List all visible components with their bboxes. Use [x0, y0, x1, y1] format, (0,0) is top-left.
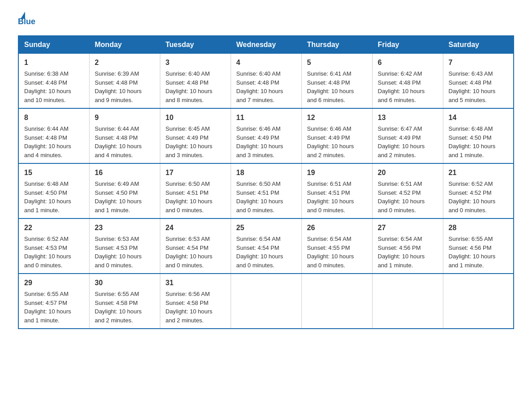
calendar-cell: 28 Sunrise: 6:55 AMSunset: 4:56 PMDaylig… — [443, 218, 514, 274]
day-number: 31 — [166, 278, 225, 288]
calendar-week-row: 1 Sunrise: 6:38 AMSunset: 4:48 PMDayligh… — [18, 54, 514, 109]
calendar-week-row: 22 Sunrise: 6:52 AMSunset: 4:53 PMDaylig… — [18, 218, 514, 274]
day-number: 20 — [378, 167, 438, 178]
day-info: Sunrise: 6:55 AMSunset: 4:57 PMDaylight:… — [24, 291, 71, 324]
day-info: Sunrise: 6:44 AMSunset: 4:48 PMDaylight:… — [24, 125, 71, 158]
day-header-sunday: Sunday — [18, 36, 89, 54]
calendar-cell: 5 Sunrise: 6:41 AMSunset: 4:48 PMDayligh… — [301, 54, 372, 109]
day-number: 27 — [378, 223, 438, 233]
day-header-saturday: Saturday — [443, 36, 514, 54]
day-info: Sunrise: 6:38 AMSunset: 4:48 PMDaylight:… — [24, 70, 71, 103]
calendar-cell: 20 Sunrise: 6:51 AMSunset: 4:52 PMDaylig… — [372, 163, 443, 218]
day-info: Sunrise: 6:43 AMSunset: 4:48 PMDaylight:… — [449, 70, 496, 103]
calendar-week-row: 29 Sunrise: 6:55 AMSunset: 4:57 PMDaylig… — [18, 274, 514, 329]
day-number: 21 — [449, 167, 508, 178]
calendar-cell: 31 Sunrise: 6:56 AMSunset: 4:58 PMDaylig… — [160, 274, 231, 329]
calendar-cell: 19 Sunrise: 6:51 AMSunset: 4:51 PMDaylig… — [301, 163, 372, 218]
day-number: 19 — [307, 167, 367, 178]
calendar-week-row: 8 Sunrise: 6:44 AMSunset: 4:48 PMDayligh… — [18, 108, 514, 163]
day-info: Sunrise: 6:45 AMSunset: 4:49 PMDaylight:… — [166, 125, 213, 158]
day-header-wednesday: Wednesday — [231, 36, 301, 54]
day-number: 1 — [24, 57, 84, 68]
calendar-cell: 9 Sunrise: 6:44 AMSunset: 4:48 PMDayligh… — [89, 108, 160, 163]
calendar-cell: 16 Sunrise: 6:49 AMSunset: 4:50 PMDaylig… — [89, 163, 160, 218]
day-info: Sunrise: 6:47 AMSunset: 4:49 PMDaylight:… — [378, 125, 425, 158]
day-info: Sunrise: 6:51 AMSunset: 4:51 PMDaylight:… — [307, 180, 354, 214]
calendar-cell: 4 Sunrise: 6:40 AMSunset: 4:48 PMDayligh… — [231, 54, 301, 109]
day-info: Sunrise: 6:53 AMSunset: 4:53 PMDaylight:… — [95, 235, 142, 269]
day-number: 4 — [236, 57, 296, 68]
day-info: Sunrise: 6:54 AMSunset: 4:55 PMDaylight:… — [307, 235, 354, 269]
day-number: 5 — [307, 57, 367, 68]
calendar-cell: 27 Sunrise: 6:54 AMSunset: 4:56 PMDaylig… — [372, 218, 443, 274]
day-info: Sunrise: 6:48 AMSunset: 4:50 PMDaylight:… — [449, 125, 496, 158]
day-number: 10 — [166, 112, 225, 123]
day-number: 28 — [449, 223, 508, 233]
calendar-cell — [372, 274, 443, 329]
calendar-cell: 26 Sunrise: 6:54 AMSunset: 4:55 PMDaylig… — [301, 218, 372, 274]
day-info: Sunrise: 6:55 AMSunset: 4:58 PMDaylight:… — [95, 291, 142, 324]
calendar-cell: 11 Sunrise: 6:46 AMSunset: 4:49 PMDaylig… — [231, 108, 301, 163]
day-info: Sunrise: 6:50 AMSunset: 4:51 PMDaylight:… — [236, 180, 283, 214]
day-number: 29 — [24, 278, 84, 288]
logo-subtitle: Blue — [18, 17, 35, 26]
day-number: 17 — [166, 167, 225, 178]
day-info: Sunrise: 6:54 AMSunset: 4:54 PMDaylight:… — [236, 235, 283, 269]
day-info: Sunrise: 6:41 AMSunset: 4:48 PMDaylight:… — [307, 70, 354, 103]
calendar-cell: 22 Sunrise: 6:52 AMSunset: 4:53 PMDaylig… — [18, 218, 89, 274]
day-number: 25 — [236, 223, 296, 233]
page-header: Blue — [18, 13, 514, 26]
calendar-week-row: 15 Sunrise: 6:48 AMSunset: 4:50 PMDaylig… — [18, 163, 514, 218]
calendar-cell: 14 Sunrise: 6:48 AMSunset: 4:50 PMDaylig… — [443, 108, 514, 163]
day-number: 9 — [95, 112, 154, 123]
calendar-header-row: SundayMondayTuesdayWednesdayThursdayFrid… — [18, 36, 514, 54]
day-info: Sunrise: 6:42 AMSunset: 4:48 PMDaylight:… — [378, 70, 425, 103]
day-number: 7 — [449, 57, 508, 68]
day-info: Sunrise: 6:49 AMSunset: 4:50 PMDaylight:… — [95, 180, 142, 214]
calendar-cell: 23 Sunrise: 6:53 AMSunset: 4:53 PMDaylig… — [89, 218, 160, 274]
calendar-cell: 24 Sunrise: 6:53 AMSunset: 4:54 PMDaylig… — [160, 218, 231, 274]
calendar-cell: 15 Sunrise: 6:48 AMSunset: 4:50 PMDaylig… — [18, 163, 89, 218]
calendar-cell: 18 Sunrise: 6:50 AMSunset: 4:51 PMDaylig… — [231, 163, 301, 218]
day-info: Sunrise: 6:52 AMSunset: 4:52 PMDaylight:… — [449, 180, 496, 214]
calendar-cell — [231, 274, 301, 329]
day-header-tuesday: Tuesday — [160, 36, 231, 54]
calendar-cell: 12 Sunrise: 6:46 AMSunset: 4:49 PMDaylig… — [301, 108, 372, 163]
calendar-cell: 1 Sunrise: 6:38 AMSunset: 4:48 PMDayligh… — [18, 54, 89, 109]
day-number: 22 — [24, 223, 84, 233]
calendar-cell: 30 Sunrise: 6:55 AMSunset: 4:58 PMDaylig… — [89, 274, 160, 329]
day-number: 12 — [307, 112, 367, 123]
calendar-cell: 7 Sunrise: 6:43 AMSunset: 4:48 PMDayligh… — [443, 54, 514, 109]
day-header-friday: Friday — [372, 36, 443, 54]
day-number: 8 — [24, 112, 84, 123]
day-header-monday: Monday — [89, 36, 160, 54]
day-info: Sunrise: 6:40 AMSunset: 4:48 PMDaylight:… — [166, 70, 213, 103]
day-info: Sunrise: 6:46 AMSunset: 4:49 PMDaylight:… — [236, 125, 283, 158]
day-info: Sunrise: 6:39 AMSunset: 4:48 PMDaylight:… — [95, 70, 142, 103]
day-number: 26 — [307, 223, 367, 233]
calendar-cell: 29 Sunrise: 6:55 AMSunset: 4:57 PMDaylig… — [18, 274, 89, 329]
day-info: Sunrise: 6:54 AMSunset: 4:56 PMDaylight:… — [378, 235, 425, 269]
day-info: Sunrise: 6:40 AMSunset: 4:48 PMDaylight:… — [236, 70, 283, 103]
calendar-cell: 3 Sunrise: 6:40 AMSunset: 4:48 PMDayligh… — [160, 54, 231, 109]
day-number: 3 — [166, 57, 225, 68]
day-info: Sunrise: 6:50 AMSunset: 4:51 PMDaylight:… — [166, 180, 213, 214]
day-header-thursday: Thursday — [301, 36, 372, 54]
calendar-cell: 13 Sunrise: 6:47 AMSunset: 4:49 PMDaylig… — [372, 108, 443, 163]
day-number: 30 — [95, 278, 154, 288]
day-number: 6 — [378, 57, 438, 68]
calendar-cell: 17 Sunrise: 6:50 AMSunset: 4:51 PMDaylig… — [160, 163, 231, 218]
day-number: 13 — [378, 112, 438, 123]
calendar-cell: 10 Sunrise: 6:45 AMSunset: 4:49 PMDaylig… — [160, 108, 231, 163]
day-number: 11 — [236, 112, 296, 123]
calendar-cell: 25 Sunrise: 6:54 AMSunset: 4:54 PMDaylig… — [231, 218, 301, 274]
calendar-table: SundayMondayTuesdayWednesdayThursdayFrid… — [18, 35, 514, 329]
logo: Blue — [18, 13, 35, 26]
day-number: 18 — [236, 167, 296, 178]
day-info: Sunrise: 6:52 AMSunset: 4:53 PMDaylight:… — [24, 235, 71, 269]
day-number: 24 — [166, 223, 225, 233]
calendar-cell: 6 Sunrise: 6:42 AMSunset: 4:48 PMDayligh… — [372, 54, 443, 109]
day-info: Sunrise: 6:46 AMSunset: 4:49 PMDaylight:… — [307, 125, 354, 158]
calendar-cell — [443, 274, 514, 329]
day-info: Sunrise: 6:51 AMSunset: 4:52 PMDaylight:… — [378, 180, 425, 214]
